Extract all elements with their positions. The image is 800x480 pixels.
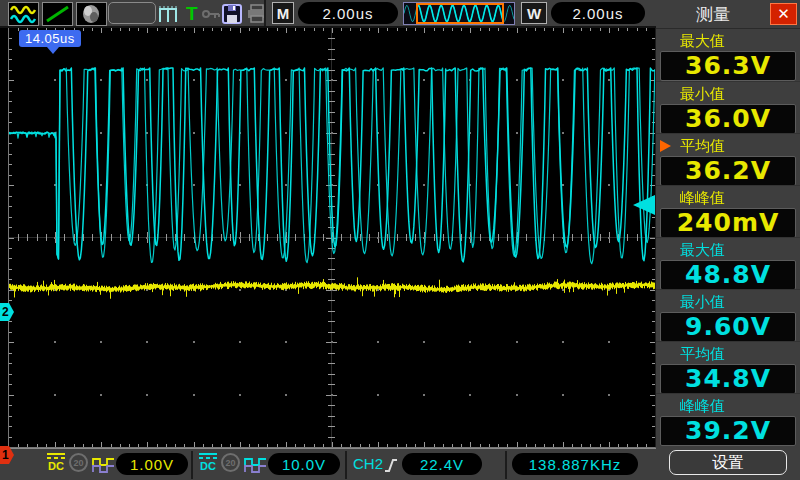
trigger-t-icon[interactable]: T: [186, 2, 198, 26]
measurement-value: 9.60V: [660, 312, 796, 342]
status-bar: DC 20 1.00V DC 20 10.0V CH2 22.4V 138.88…: [0, 448, 656, 480]
ch1-scale-value[interactable]: 1.00V: [116, 453, 188, 475]
measurement-label: 最大值: [680, 241, 725, 258]
measurement-value: 36.2V: [660, 156, 796, 186]
measurement-item: 最小值 9.60V: [656, 289, 800, 341]
trigger-rising-edge-icon[interactable]: [383, 453, 399, 477]
ch1-coupling-label: DC: [48, 460, 64, 472]
save-floppy-icon[interactable]: [222, 2, 242, 26]
cursor-line-button[interactable]: [42, 2, 73, 26]
diagonal-line-icon: [44, 4, 71, 24]
dual-wave-icon: [10, 4, 37, 24]
measurement-value: 36.0V: [660, 104, 796, 134]
close-icon[interactable]: ✕: [770, 3, 797, 25]
settings-button[interactable]: 设置: [669, 450, 787, 475]
ch1-coupling-icon[interactable]: DC: [44, 453, 68, 472]
measurement-item: 峰峰值 240mV: [656, 185, 800, 237]
measurement-label: 最小值: [680, 85, 725, 102]
ch2-scale-value[interactable]: 10.0V: [268, 453, 340, 475]
statusbar-separator: [505, 451, 507, 479]
panel-title: 测量: [656, 3, 770, 26]
gray-blob-icon: [78, 4, 105, 24]
main-timebase-button[interactable]: M: [272, 2, 294, 24]
trigger-source-label[interactable]: CH2: [353, 453, 383, 475]
measurement-label: 最小值: [680, 293, 725, 310]
trigger-position-tag[interactable]: 14.05us: [19, 30, 81, 47]
waveform-display-area: 14.05us: [8, 28, 657, 448]
display-mode-button[interactable]: [76, 2, 107, 26]
measurement-value: 34.8V: [660, 364, 796, 394]
toolbar-separator: [264, 0, 266, 26]
channel-waveforms-button[interactable]: [8, 2, 39, 26]
pulse-trigger-icon[interactable]: [158, 2, 184, 26]
measurement-item: 最大值 36.3V: [656, 29, 800, 81]
waveform-overview-thumbnail[interactable]: [403, 2, 515, 25]
measurement-value: 48.8V: [660, 260, 796, 290]
measurement-label: 平均值: [680, 137, 725, 154]
measurement-value: 39.2V: [660, 416, 796, 446]
measurement-value: 36.3V: [660, 51, 796, 81]
measurement-value: 240mV: [660, 208, 796, 238]
measurement-item: 最小值 36.0V: [656, 81, 800, 133]
measurement-item: 平均值 36.2V: [656, 133, 800, 185]
frequency-counter-value: 138.887KHz: [512, 453, 638, 475]
trigger-level-value[interactable]: 22.4V: [402, 453, 482, 475]
measurement-label: 平均值: [680, 345, 725, 362]
lock-key-icon: [202, 2, 222, 26]
ch1-probe-waveform-icon[interactable]: [92, 453, 116, 477]
ch2-coupling-icon[interactable]: DC: [196, 453, 220, 472]
window-timebase-button[interactable]: W: [521, 2, 547, 24]
measurement-label: 最大值: [680, 32, 725, 49]
main-timebase-value[interactable]: 2.00us: [298, 2, 398, 24]
measurement-label: 峰峰值: [680, 397, 725, 414]
measurement-item: 平均值 34.8V: [656, 341, 800, 393]
top-toolbar: T M 2.00us W 2.00us: [0, 0, 656, 28]
trigger-level-arrow[interactable]: [633, 195, 655, 215]
window-timebase-value[interactable]: 2.00us: [551, 2, 645, 24]
ch2-coupling-label: DC: [200, 460, 216, 472]
statusbar-separator: [191, 451, 193, 479]
measurement-label: 峰峰值: [680, 189, 725, 206]
measurement-item: 峰峰值 39.2V: [656, 393, 800, 445]
ch1-bandwidth-limit-icon[interactable]: 20: [69, 453, 88, 472]
zoom-viewport-box[interactable]: [416, 3, 504, 24]
ch2-bandwidth-limit-icon[interactable]: 20: [221, 453, 240, 472]
panel-header: 测量 ✕: [656, 0, 800, 29]
ch2-probe-waveform-icon[interactable]: [244, 453, 268, 477]
waveform-canvas: [9, 28, 655, 447]
measurement-item: 最大值 48.8V: [656, 237, 800, 289]
empty-toolbar-button[interactable]: [108, 2, 156, 24]
selected-measurement-arrow: [660, 140, 671, 152]
statusbar-separator: [345, 451, 347, 479]
measurement-panel: 测量 ✕ 最大值 36.3V 最小值 36.0V 平均值 36.2V 峰峰值 2…: [656, 0, 800, 480]
